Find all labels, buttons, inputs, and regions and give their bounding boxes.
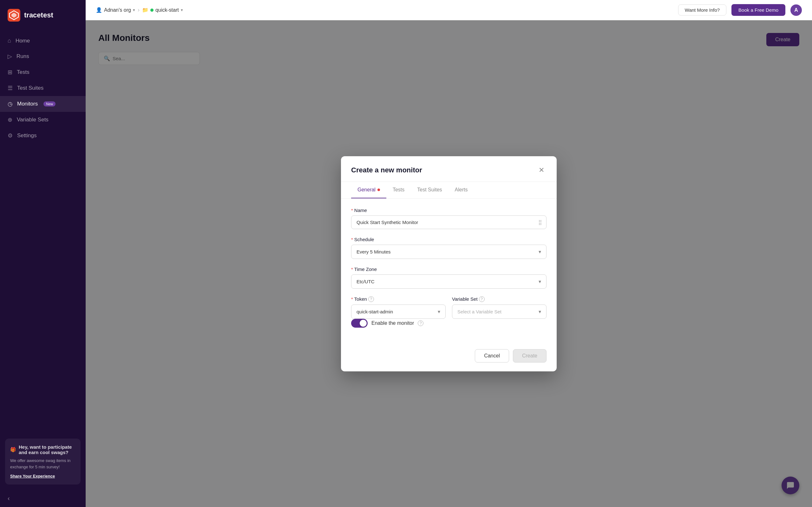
modal-body: * Name ⣿ * Schedule (341, 199, 557, 344)
app-name: tracetest (24, 11, 53, 19)
tab-test-suites-label: Test Suites (417, 187, 442, 193)
org-name: Adnan's org (104, 7, 131, 13)
tab-test-suites[interactable]: Test Suites (411, 182, 448, 199)
tab-alerts[interactable]: Alerts (449, 182, 474, 199)
variable-sets-icon: ⊕ (8, 116, 12, 123)
tab-general-dot (377, 188, 380, 191)
schedule-required-star: * (351, 237, 353, 242)
monitors-icon: ◷ (8, 101, 13, 107)
name-required-star: * (351, 208, 353, 213)
home-icon: ⌂ (8, 38, 11, 44)
variable-set-help-icon[interactable]: ? (479, 296, 485, 302)
name-input-row: ⣿ (351, 216, 547, 229)
page-content: All Monitors 🔍 Create Create a new monit… (86, 20, 812, 507)
timezone-value: Etc/UTC (357, 279, 374, 284)
modal-overlay: Create a new monitor ✕ General Tests Tes… (86, 20, 812, 507)
sidebar-item-tests[interactable]: ⊞ Tests (0, 64, 86, 80)
token-variable-row: * Token ? quick-start-admin ▾ Vari (351, 296, 547, 319)
sidebar-item-label: Variable Sets (17, 117, 49, 123)
variable-set-placeholder: Select a Variable Set (457, 309, 502, 314)
create-monitor-modal: Create a new monitor ✕ General Tests Tes… (341, 156, 557, 372)
token-field-group: * Token ? quick-start-admin ▾ (351, 296, 446, 319)
runs-icon: ▷ (8, 53, 12, 60)
edit-icon: ⣿ (538, 219, 542, 225)
cancel-button[interactable]: Cancel (475, 349, 509, 362)
avatar[interactable]: A (791, 4, 802, 16)
sidebar-item-label: Tests (17, 69, 30, 75)
variable-set-chevron-icon: ▾ (539, 308, 541, 315)
sidebar-item-monitors[interactable]: ◷ Monitors New (0, 96, 86, 112)
topbar: 👤 Adnan's org ▾ › 📁 quick-start ▾ Want M… (86, 0, 812, 20)
enable-monitor-label: Enable the monitor (371, 320, 414, 326)
book-demo-button[interactable]: Book a Free Demo (731, 4, 785, 16)
token-help-icon[interactable]: ? (368, 296, 374, 302)
sidebar-item-label: Test Suites (17, 85, 44, 91)
modal-title: Create a new monitor (351, 166, 422, 174)
timezone-field-group: * Time Zone Etc/UTC ▾ (351, 267, 547, 289)
token-required-star: * (351, 296, 353, 302)
sidebar-item-test-suites[interactable]: ☰ Test Suites (0, 80, 86, 96)
modal-close-button[interactable]: ✕ (537, 165, 547, 175)
token-value: quick-start-admin (357, 309, 393, 314)
sidebar-promo: 🎁 Hey, want to participate and earn cool… (5, 439, 81, 485)
org-chevron-icon: ▾ (133, 8, 135, 12)
sidebar-collapse-button[interactable]: ‹ (0, 490, 86, 507)
sidebar-item-label: Runs (16, 53, 29, 60)
enable-monitor-help-icon[interactable]: ? (418, 320, 423, 326)
modal-footer: Cancel Create (341, 344, 557, 372)
variable-set-label: Variable Set ? (452, 296, 547, 302)
project-status-dot (150, 9, 154, 12)
tab-general-label: General (357, 187, 375, 193)
timezone-label: * Time Zone (351, 267, 547, 272)
project-name: quick-start (155, 7, 179, 13)
enable-monitor-row: Enable the monitor ? (351, 319, 547, 328)
schedule-field-group: * Schedule Every 5 Minutes ▾ (351, 237, 547, 259)
sidebar: tracetest ⌂ Home ▷ Runs ⊞ Tests ☰ Test S… (0, 0, 86, 507)
logo-icon (8, 9, 20, 21)
timezone-select[interactable]: Etc/UTC ▾ (351, 274, 547, 289)
sidebar-item-label: Home (15, 38, 30, 44)
topbar-left: 👤 Adnan's org ▾ › 📁 quick-start ▾ (96, 7, 673, 13)
sidebar-nav: ⌂ Home ▷ Runs ⊞ Tests ☰ Test Suites ◷ Mo… (0, 31, 86, 434)
topbar-right: Want More Info? Book a Free Demo A (678, 4, 802, 16)
token-select[interactable]: quick-start-admin ▾ (351, 304, 446, 319)
promo-link[interactable]: Share Your Experience (10, 474, 55, 478)
org-selector[interactable]: 👤 Adnan's org ▾ (96, 7, 135, 13)
name-field-group: * Name ⣿ (351, 208, 547, 229)
promo-emoji: 🎁 (10, 447, 16, 452)
variable-set-field-group: Variable Set ? Select a Variable Set ▾ (452, 296, 547, 319)
project-chevron-icon: ▾ (181, 8, 183, 12)
toggle-knob (360, 320, 367, 327)
sidebar-item-label: Settings (17, 132, 37, 139)
schedule-label: * Schedule (351, 237, 547, 242)
org-icon: 👤 (96, 7, 102, 13)
main-content: 👤 Adnan's org ▾ › 📁 quick-start ▾ Want M… (86, 0, 812, 507)
variable-set-select[interactable]: Select a Variable Set ▾ (452, 304, 547, 319)
modal-tabs: General Tests Test Suites Alerts (341, 182, 557, 199)
create-button[interactable]: Create (513, 349, 547, 362)
tab-tests[interactable]: Tests (386, 182, 411, 199)
name-input[interactable] (351, 216, 547, 229)
schedule-value: Every 5 Minutes (357, 249, 391, 255)
enable-monitor-toggle[interactable] (351, 319, 368, 328)
token-chevron-icon: ▾ (438, 308, 440, 315)
want-more-button[interactable]: Want More Info? (678, 4, 726, 15)
sidebar-item-runs[interactable]: ▷ Runs (0, 49, 86, 64)
promo-body: We offer awesome swag items in exchange … (10, 458, 75, 470)
project-selector[interactable]: 📁 quick-start ▾ (142, 7, 183, 13)
tab-general[interactable]: General (351, 182, 386, 199)
promo-title: 🎁 Hey, want to participate and earn cool… (10, 444, 75, 455)
topbar-separator: › (138, 7, 140, 13)
schedule-chevron-icon: ▾ (539, 249, 541, 255)
modal-header: Create a new monitor ✕ (341, 156, 557, 182)
schedule-select[interactable]: Every 5 Minutes ▾ (351, 245, 547, 259)
timezone-required-star: * (351, 267, 353, 272)
token-label: * Token ? (351, 296, 446, 302)
sidebar-item-settings[interactable]: ⚙ Settings (0, 128, 86, 144)
tab-alerts-label: Alerts (455, 187, 468, 193)
sidebar-item-variable-sets[interactable]: ⊕ Variable Sets (0, 112, 86, 128)
timezone-chevron-icon: ▾ (539, 279, 541, 285)
sidebar-item-home[interactable]: ⌂ Home (0, 33, 86, 49)
tab-tests-label: Tests (393, 187, 404, 193)
test-suites-icon: ☰ (8, 84, 13, 92)
